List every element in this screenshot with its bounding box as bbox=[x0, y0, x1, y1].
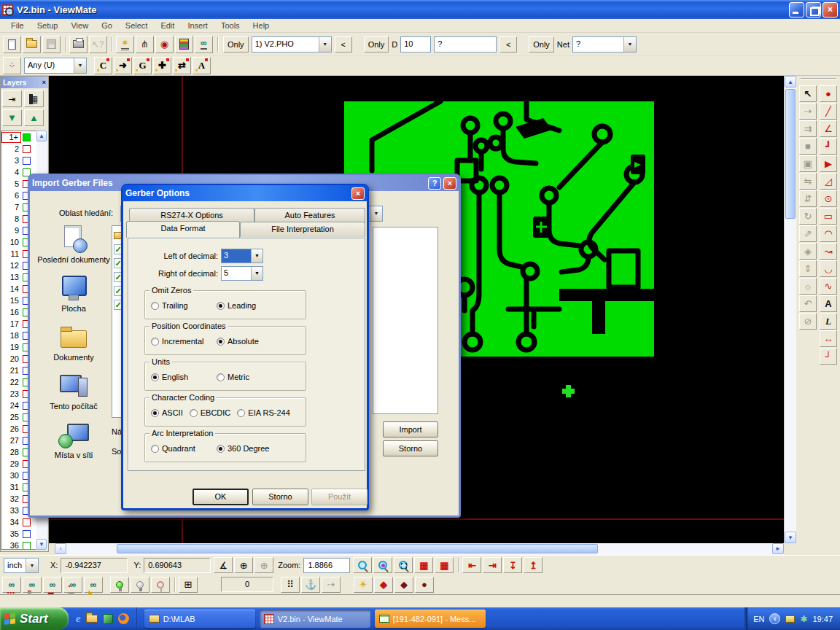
layer-down-icon[interactable]: ▼ bbox=[2, 109, 22, 126]
draw-trace-icon[interactable]: ╱ bbox=[820, 103, 837, 120]
pad-highlight-icon[interactable]: ◆ bbox=[374, 577, 393, 593]
scroll-down-icon[interactable]: ▼ bbox=[36, 539, 47, 550]
view-pads-icon[interactable]: ∞ bbox=[63, 577, 82, 593]
pan-down-icon[interactable]: ↧ bbox=[503, 557, 522, 573]
view-flashes-icon[interactable]: ∞ bbox=[2, 577, 21, 593]
menu-item[interactable]: Help bbox=[246, 20, 276, 31]
minimize-button[interactable] bbox=[789, 2, 804, 18]
radio-option[interactable]: ASCII bbox=[151, 408, 183, 417]
close-icon[interactable]: × bbox=[42, 79, 46, 86]
draw-circle-icon[interactable]: ⊙ bbox=[820, 190, 837, 207]
draw-text-icon[interactable]: A bbox=[820, 295, 837, 312]
menu-item[interactable]: Setup bbox=[31, 20, 65, 31]
layer-row[interactable]: 35 bbox=[1, 528, 36, 540]
right-of-decimal-combo[interactable]: 5 ▼ bbox=[221, 266, 263, 281]
radio-option[interactable]: English bbox=[151, 373, 217, 381]
cut-trace-icon[interactable]: ⊘ bbox=[799, 313, 817, 330]
mirror-horizontal-icon[interactable]: ⇋ bbox=[799, 173, 817, 190]
highlight-on-icon[interactable] bbox=[110, 577, 129, 593]
draw-curve-icon[interactable]: ↝ bbox=[820, 243, 837, 260]
radio-option[interactable]: Trailing bbox=[151, 301, 217, 310]
scroll-left-icon[interactable]: ‹ bbox=[55, 543, 66, 554]
mirror-vertical-icon[interactable]: ⇵ bbox=[799, 190, 817, 207]
select-mode-icon[interactable]: ⁘ bbox=[3, 57, 21, 74]
chevron-down-icon[interactable]: ▼ bbox=[370, 206, 382, 221]
select-aperture-button[interactable]: A bbox=[192, 57, 211, 74]
radio-option[interactable]: Quadrant bbox=[151, 444, 217, 453]
measure-icon[interactable]: ⋔ bbox=[136, 36, 154, 53]
snap-grid-icon[interactable]: ⠿ bbox=[281, 577, 300, 593]
new-file-icon[interactable] bbox=[3, 36, 21, 53]
radio-option[interactable]: Leading bbox=[217, 301, 282, 310]
chevron-down-icon[interactable]: ▼ bbox=[623, 37, 636, 52]
scroll-down-icon[interactable]: ▼ bbox=[785, 532, 796, 543]
draw-angle-icon[interactable]: ∠ bbox=[820, 120, 837, 137]
settings-gear-icon[interactable]: ☼ bbox=[799, 278, 817, 295]
print-icon[interactable] bbox=[69, 36, 88, 53]
open-file-icon[interactable] bbox=[23, 36, 41, 53]
tab-auto-features[interactable]: Auto Features bbox=[254, 208, 365, 222]
chevron-down-icon[interactable]: ▼ bbox=[251, 249, 262, 262]
pan-up-icon[interactable]: ↥ bbox=[524, 557, 542, 573]
move-points-icon[interactable]: ⇉ bbox=[799, 120, 817, 137]
close-icon[interactable]: × bbox=[351, 187, 365, 200]
anchor-icon[interactable]: ⚓ bbox=[301, 577, 320, 593]
only-dcode-button[interactable]: Only bbox=[364, 36, 389, 52]
clock[interactable]: 19:47 bbox=[812, 615, 833, 623]
tab-rs274x-options[interactable]: RS274-X Options bbox=[129, 208, 254, 222]
probe-icon[interactable] bbox=[151, 577, 170, 593]
layer-combo[interactable]: 1) V2.PHO ▼ bbox=[252, 36, 332, 52]
origin-icon[interactable]: ⊕ bbox=[234, 557, 253, 573]
snap-move-icon[interactable]: ⇢ bbox=[322, 577, 341, 593]
flash-highlight-icon[interactable]: ☀ bbox=[354, 577, 373, 593]
select-filter-combo[interactable]: Any (U) ▼ bbox=[24, 58, 87, 74]
place-item[interactable]: Dokumenty bbox=[36, 323, 112, 362]
import-button[interactable]: Import bbox=[383, 421, 438, 438]
tray-collapse-icon[interactable]: ‹ bbox=[769, 613, 780, 624]
chevron-down-icon[interactable]: ▼ bbox=[74, 58, 86, 73]
help-icon[interactable]: ? bbox=[428, 177, 441, 190]
draw-label-icon[interactable]: L bbox=[820, 313, 837, 330]
layer-color-swatch[interactable] bbox=[23, 530, 31, 538]
folder-shortcut-icon[interactable] bbox=[86, 615, 98, 623]
scroll-up-icon[interactable]: ▲ bbox=[36, 131, 47, 141]
layer-color-swatch[interactable] bbox=[23, 145, 31, 153]
view-traces-icon[interactable]: ∞ bbox=[23, 577, 42, 593]
only-layer-button[interactable]: Only bbox=[223, 36, 249, 52]
radio-option[interactable]: EIA RS-244 bbox=[237, 408, 289, 417]
select-cursor-icon[interactable]: ↖ bbox=[799, 85, 817, 102]
toolbar-grip[interactable] bbox=[801, 78, 836, 82]
layer-row[interactable]: 3 bbox=[1, 155, 36, 166]
prev-dcode-button[interactable]: < bbox=[499, 36, 517, 52]
tab-file-interpretation[interactable]: File Interpretation bbox=[240, 222, 365, 237]
pan-right-icon[interactable]: ⇥ bbox=[483, 557, 502, 573]
rotate-icon[interactable]: ↻ bbox=[799, 208, 817, 225]
radio-option[interactable]: 360 Degree bbox=[217, 444, 282, 453]
radio-option[interactable]: EBCDIC bbox=[190, 408, 231, 417]
flash-view-icon[interactable]: ✶ bbox=[116, 36, 134, 53]
left-of-decimal-combo[interactable]: 3 ▼ bbox=[221, 249, 263, 263]
dot-select-icon[interactable]: ● bbox=[415, 577, 434, 593]
close-button[interactable]: × bbox=[822, 2, 838, 18]
draw-corner-icon[interactable]: ┛ bbox=[820, 138, 837, 155]
undo-icon[interactable]: ↶ bbox=[799, 295, 817, 312]
pan-left-icon[interactable]: ⇤ bbox=[462, 557, 481, 573]
place-item[interactable]: Plocha bbox=[36, 274, 112, 313]
dcode-input[interactable]: 10 bbox=[400, 36, 431, 52]
start-button[interactable]: Start bbox=[0, 607, 69, 630]
dcode-query-input[interactable]: ? bbox=[434, 36, 497, 52]
restore-button[interactable] bbox=[806, 2, 821, 18]
highlight-off-icon[interactable] bbox=[131, 577, 149, 593]
scroll-up-icon[interactable]: ▲ bbox=[785, 76, 796, 88]
draw-pad-icon[interactable]: ● bbox=[820, 85, 837, 102]
book-icon[interactable] bbox=[103, 614, 113, 624]
radio-option[interactable]: Absolute bbox=[217, 337, 282, 346]
menu-item[interactable]: Go bbox=[95, 20, 119, 31]
layer-row[interactable]: 1+ bbox=[1, 131, 36, 143]
draw-arrow-icon[interactable]: ▶ bbox=[820, 155, 837, 172]
unit-combo[interactable]: inch ▼ bbox=[4, 558, 39, 573]
layer-up-icon[interactable]: ▲ bbox=[24, 109, 44, 126]
view-outlines-icon[interactable]: ∞ bbox=[84, 577, 103, 593]
tray-messenger-icon[interactable]: ✱ bbox=[800, 614, 807, 624]
chevron-down-icon[interactable]: ▼ bbox=[26, 559, 38, 572]
